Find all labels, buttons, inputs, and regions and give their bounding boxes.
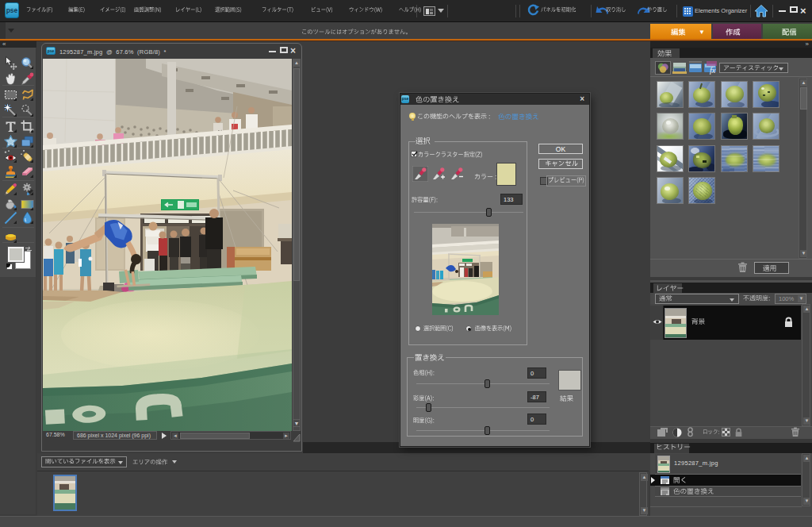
svg-text:fx: fx — [710, 66, 716, 75]
